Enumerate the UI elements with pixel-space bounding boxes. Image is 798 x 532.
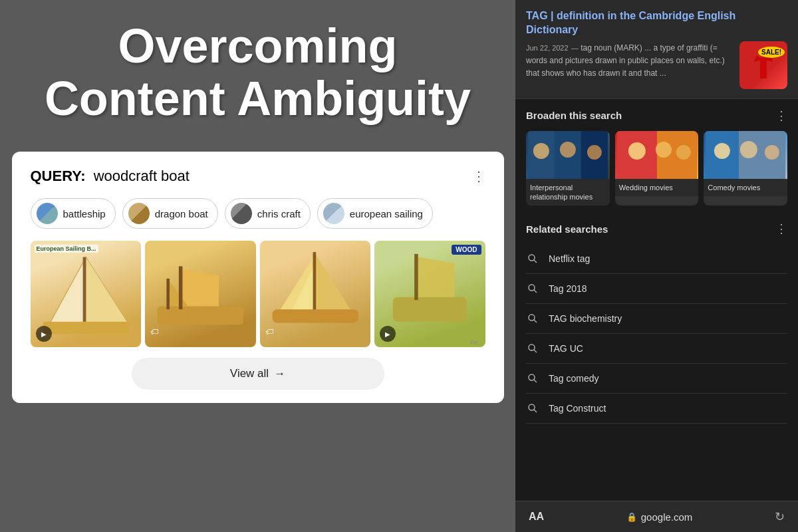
svg-point-33	[714, 143, 730, 159]
svg-point-27	[628, 142, 646, 160]
view-all-button[interactable]: View all →	[132, 358, 384, 390]
svg-point-29	[676, 145, 691, 160]
related-text-tag-2018: Tag 2018	[549, 283, 587, 294]
svg-line-43	[534, 350, 537, 352]
comedy-thumb-art	[704, 131, 787, 179]
svg-point-42	[529, 344, 535, 350]
svg-rect-4	[158, 307, 244, 325]
url-text: google.com	[641, 511, 693, 523]
related-more-icon[interactable]: ⋮	[775, 221, 787, 236]
related-item-tag-construct[interactable]: Tag Construct	[526, 394, 787, 424]
url-display: 🔒 google.com	[626, 511, 693, 523]
svg-rect-12	[313, 252, 316, 314]
left-panel: Overcoming Content Ambiguity QUERY: wood…	[0, 0, 515, 532]
play-button-1[interactable]: ▶	[36, 326, 52, 342]
svg-point-44	[529, 374, 535, 380]
svg-marker-1	[86, 257, 129, 325]
cambridge-image: SALE!	[739, 41, 787, 89]
hero-title: Overcoming Content Ambiguity	[0, 20, 515, 125]
svg-rect-14	[393, 297, 467, 322]
movie-card-comedy[interactable]: Comedy movies	[704, 131, 787, 206]
svg-line-39	[534, 290, 537, 293]
image-cell-2[interactable]: 🏷	[145, 241, 256, 347]
related-text-tag-comedy: Tag comedy	[549, 373, 598, 384]
svg-line-45	[534, 380, 537, 382]
image-cell-3[interactable]: 🏷	[260, 241, 371, 347]
wedding-thumb-art	[615, 131, 699, 179]
svg-point-35	[765, 145, 779, 160]
reload-icon[interactable]: ↻	[775, 509, 785, 524]
cambridge-date: Jun 22, 2022	[526, 44, 569, 52]
chip-european-sailing[interactable]: european sailing	[317, 198, 433, 229]
search-icon-biochemistry	[526, 312, 539, 325]
search-icon-tag-construct	[526, 402, 539, 415]
related-title: Related searches	[526, 223, 608, 235]
svg-point-34	[740, 141, 757, 158]
image-label-1: European Sailing B...	[35, 245, 98, 253]
related-item-tag-biochemistry[interactable]: TAG biochemistry	[526, 304, 787, 334]
movie-card-wedding[interactable]: Wedding movies	[615, 131, 699, 206]
chip-dragon-boat[interactable]: dragon boat	[122, 198, 218, 229]
query-text: woodcraft boat	[94, 168, 190, 185]
arrow-icon: →	[274, 367, 285, 380]
image-grid: European Sailing B... ▶ 🏷	[31, 241, 485, 347]
movie-label-comedy: Comedy movies	[704, 179, 787, 196]
image-cell-1[interactable]: European Sailing B... ▶	[31, 241, 142, 347]
svg-marker-5	[182, 269, 219, 307]
svg-marker-10	[315, 254, 352, 313]
fe-label: Fe...	[470, 339, 482, 346]
movie-label-interpersonal: Interpersonal relationship movies	[526, 179, 610, 206]
svg-point-36	[529, 255, 535, 261]
view-all-label: View all	[230, 367, 269, 380]
cambridge-description: Jun 22, 2022 — tag noun (MARK) ... a typ…	[526, 41, 733, 79]
broaden-title: Broaden this search	[526, 110, 622, 121]
search-icon-tag-comedy	[526, 372, 539, 385]
chip-label-chris-craft: chris craft	[257, 208, 301, 219]
svg-point-40	[529, 315, 535, 321]
search-card: QUERY: woodcraft boat ⋮ battleship drago…	[12, 152, 504, 403]
broaden-section: Broaden this search ⋮ Interpersonal re	[515, 99, 798, 213]
svg-line-37	[534, 260, 537, 263]
movie-thumb-interpersonal	[526, 131, 610, 179]
chip-chris-craft[interactable]: chris craft	[225, 198, 311, 229]
related-item-tag-2018[interactable]: Tag 2018	[526, 274, 787, 304]
cambridge-body: Jun 22, 2022 — tag noun (MARK) ... a typ…	[526, 41, 787, 89]
svg-point-46	[529, 404, 535, 410]
movie-thumb-comedy	[704, 131, 787, 179]
lock-icon: 🔒	[626, 512, 637, 522]
text-size-control[interactable]: AA	[529, 511, 544, 523]
cambridge-title: TAG | definition in the Cambridge Englis…	[526, 9, 787, 37]
image-cell-4[interactable]: WOOD ▶ Fe...	[374, 241, 485, 347]
search-icon-tag2018	[526, 282, 539, 295]
more-options-icon[interactable]: ⋮	[472, 168, 485, 184]
chip-label-battleship: battleship	[63, 208, 106, 219]
query-row: QUERY: woodcraft boat ⋮	[31, 168, 485, 185]
related-text-tag-biochemistry: TAG biochemistry	[549, 313, 622, 324]
svg-rect-7	[179, 267, 183, 310]
chip-icon-battleship	[37, 203, 58, 224]
movie-thumb-wedding	[615, 131, 699, 179]
related-item-tag-uc[interactable]: TAG UC	[526, 334, 787, 364]
svg-point-38	[529, 285, 535, 291]
svg-rect-13	[272, 310, 358, 323]
chip-battleship[interactable]: battleship	[31, 198, 116, 229]
broaden-more-icon[interactable]: ⋮	[775, 108, 787, 123]
related-header: Related searches ⋮	[526, 221, 787, 236]
tag-icon-2: 🏷	[150, 327, 165, 342]
svg-rect-2	[82, 257, 86, 328]
query-label: QUERY:	[31, 168, 86, 185]
svg-marker-15	[418, 257, 455, 297]
movie-cards: Interpersonal relationship movies Weddin…	[526, 131, 787, 206]
broaden-header: Broaden this search ⋮	[526, 108, 787, 123]
related-item-tag-comedy[interactable]: Tag comedy	[526, 364, 787, 394]
sale-badge: SALE!	[758, 47, 785, 58]
chip-label-dragon-boat: dragon boat	[155, 208, 208, 219]
movie-label-wedding: Wedding movies	[615, 179, 699, 196]
movie-card-interpersonal[interactable]: Interpersonal relationship movies	[526, 131, 610, 206]
svg-rect-3	[43, 322, 129, 334]
cambridge-result-card[interactable]: TAG | definition in the Cambridge Englis…	[515, 0, 798, 99]
svg-point-22	[560, 142, 576, 158]
related-item-netflix-tag[interactable]: Netflix tag	[526, 244, 787, 274]
filter-chips: battleship dragon boat chris craft europ…	[31, 198, 485, 229]
related-text-tag-construct: Tag Construct	[549, 403, 606, 414]
